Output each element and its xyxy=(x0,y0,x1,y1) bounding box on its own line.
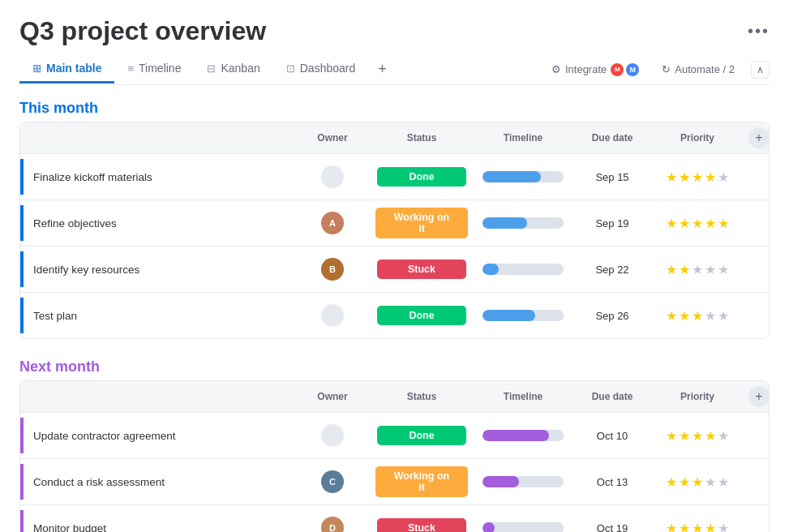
section-header: This month xyxy=(19,100,770,117)
cell-timeline xyxy=(474,212,572,234)
cell-status[interactable]: Working on it xyxy=(369,203,474,243)
cell-due-date: Sep 26 xyxy=(572,305,653,327)
task-name: Conduct a risk assessment xyxy=(24,476,165,488)
tab-dashboard[interactable]: ⊡ Dashboard xyxy=(273,55,369,84)
gmail-icon: M xyxy=(626,63,639,76)
cell-status[interactable]: Done xyxy=(369,301,474,330)
star-empty: ★ xyxy=(718,428,729,444)
cell-timeline xyxy=(474,166,572,187)
task-name: Test plan xyxy=(24,310,77,322)
cell-status[interactable]: Done xyxy=(369,162,474,191)
star-filled: ★ xyxy=(705,521,716,533)
star-empty: ★ xyxy=(705,474,716,490)
star-empty: ★ xyxy=(718,262,729,277)
table-row: Update contractor agreement Done Oct 10 … xyxy=(20,413,769,459)
cell-action xyxy=(742,264,770,274)
header-row: Q3 project overview ••• xyxy=(19,16,770,46)
cell-status[interactable]: Done xyxy=(369,421,474,450)
automate-icon: ↻ xyxy=(662,63,671,75)
cell-action xyxy=(742,218,770,228)
col-priority: Priority xyxy=(653,132,742,144)
cell-name: Test plan xyxy=(20,293,296,338)
star-filled: ★ xyxy=(666,474,677,490)
page-container: Q3 project overview ••• ⊞ Main table ≡ T… xyxy=(0,0,789,532)
table-row: Finalize kickoff materials Done Sep 15 ★… xyxy=(20,154,769,200)
cell-owner: C xyxy=(296,466,369,498)
cell-status[interactable]: Stuck xyxy=(369,513,474,532)
avatar: A xyxy=(321,212,344,234)
col-owner: Owner xyxy=(296,132,369,144)
timeline-bar xyxy=(482,264,564,275)
cell-priority: ★★★★★ xyxy=(653,257,742,282)
avatar-placeholder xyxy=(321,424,344,447)
task-name: Identify key resources xyxy=(24,264,139,276)
cell-status[interactable]: Stuck xyxy=(369,255,474,284)
star-filled: ★ xyxy=(666,216,677,231)
star-filled: ★ xyxy=(679,216,690,231)
section-next-month: Next month Owner Status Timeline Due dat… xyxy=(19,358,770,532)
cell-owner xyxy=(296,419,369,452)
tab-timeline-label: Timeline xyxy=(139,62,181,75)
cell-owner xyxy=(296,161,369,193)
cell-action xyxy=(742,172,770,182)
col-add[interactable]: + xyxy=(742,386,770,407)
cell-status[interactable]: Working on it xyxy=(369,461,474,502)
col-timeline: Timeline xyxy=(474,132,572,144)
add-column-button[interactable]: + xyxy=(748,386,770,407)
star-filled: ★ xyxy=(692,308,703,324)
star-filled: ★ xyxy=(705,428,716,444)
star-empty: ★ xyxy=(718,521,729,533)
cell-action xyxy=(742,477,770,487)
status-badge: Done xyxy=(377,167,466,187)
timeline-icon: ≡ xyxy=(127,62,134,75)
cell-owner: D xyxy=(296,512,369,532)
cell-owner: A xyxy=(296,207,369,239)
star-filled: ★ xyxy=(679,521,690,533)
col-add[interactable]: + xyxy=(742,127,770,148)
star-filled: ★ xyxy=(666,262,677,277)
cell-name: Update contractor agreement xyxy=(20,413,296,458)
tab-actions: ⚙ Integrate M M ↻ Automate / 2 ∧ xyxy=(545,60,770,79)
timeline-fill xyxy=(482,171,541,182)
cell-name: Refine objectives xyxy=(20,200,296,246)
star-empty: ★ xyxy=(718,169,729,185)
tab-main-table[interactable]: ⊞ Main table xyxy=(19,55,114,84)
star-filled: ★ xyxy=(679,428,690,444)
sections-container: This month Owner Status Timeline Due dat… xyxy=(19,100,770,532)
more-button[interactable]: ••• xyxy=(748,22,770,41)
col-due-date: Due date xyxy=(572,132,653,144)
section-header: Next month xyxy=(19,358,770,375)
integrate-button[interactable]: ⚙ Integrate M M xyxy=(545,60,645,79)
cell-priority: ★★★★★ xyxy=(653,303,742,328)
timeline-fill xyxy=(482,310,535,321)
section-title: This month xyxy=(19,100,98,117)
timeline-bar xyxy=(482,310,564,321)
star-filled: ★ xyxy=(692,474,703,490)
timeline-fill xyxy=(482,522,495,532)
status-badge: Stuck xyxy=(377,518,466,532)
integrate-label: Integrate xyxy=(565,63,607,75)
col-status: Status xyxy=(369,132,474,144)
table-row: Conduct a risk assessment C Working on i… xyxy=(20,459,769,505)
cell-owner: B xyxy=(296,253,369,285)
cell-timeline xyxy=(474,425,572,446)
chevron-up-button[interactable]: ∧ xyxy=(751,61,770,79)
table: Owner Status Timeline Due date Priority … xyxy=(19,122,770,339)
add-tab-button[interactable]: + xyxy=(368,54,397,84)
section-title: Next month xyxy=(19,358,100,375)
table-row: Monitor budget D Stuck Oct 19 ★★★★★ xyxy=(20,505,769,532)
timeline-bar xyxy=(482,476,564,487)
star-filled: ★ xyxy=(666,428,677,444)
automate-button[interactable]: ↻ Automate / 2 xyxy=(655,60,741,79)
add-column-button[interactable]: + xyxy=(748,127,770,148)
tab-timeline[interactable]: ≡ Timeline xyxy=(114,55,194,84)
timeline-fill xyxy=(482,217,527,229)
star-filled: ★ xyxy=(692,428,703,444)
cell-owner xyxy=(296,299,369,332)
timeline-bar xyxy=(482,171,564,182)
col-status: Status xyxy=(369,391,474,402)
star-filled: ★ xyxy=(666,169,677,185)
cell-timeline xyxy=(474,471,572,492)
tab-kanban[interactable]: ⊟ Kanban xyxy=(194,55,272,84)
integrate-icon: ⚙ xyxy=(551,63,561,75)
